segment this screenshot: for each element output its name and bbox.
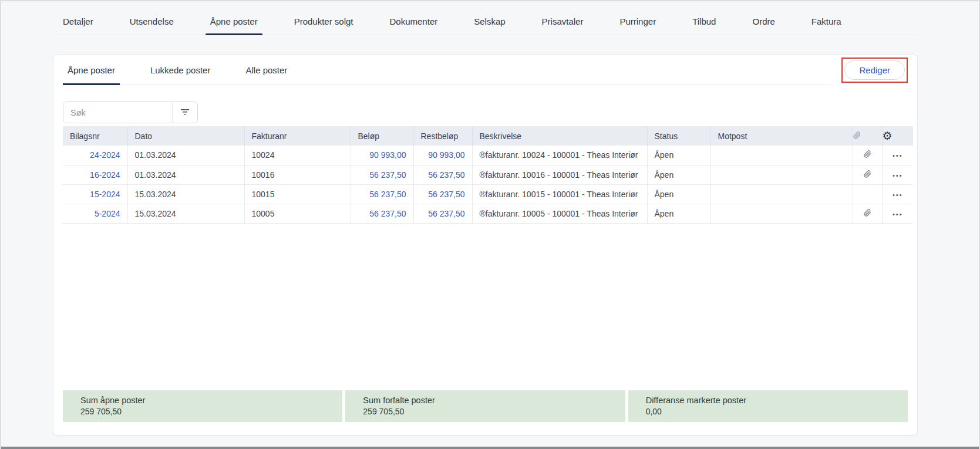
filter-button[interactable] <box>172 102 197 123</box>
fakturanr-cell: 10024 <box>244 146 351 165</box>
subtab-apne-poster[interactable]: Åpne poster <box>63 55 120 85</box>
row-menu-button[interactable]: ••• <box>893 172 903 179</box>
row-menu-button[interactable]: ••• <box>893 211 903 218</box>
bilagsnr-link[interactable]: 16-2024 <box>90 170 120 180</box>
fakturanr-cell: 10016 <box>244 165 351 184</box>
fakturanr-cell: 10005 <box>244 204 351 223</box>
gear-icon[interactable]: ⚙ <box>883 130 893 141</box>
paperclip-icon[interactable] <box>864 208 871 219</box>
tab-tilbud[interactable]: Tilbud <box>688 9 720 35</box>
col-fakturanr: Fakturanr <box>244 126 351 146</box>
summary-label: Sum åpne poster <box>80 396 342 405</box>
col-bilagsnr: Bilagsnr <box>63 126 127 146</box>
status-cell: Åpen <box>647 146 710 165</box>
table-row: 5-2024 15.03.2024 10005 56 237,50 56 237… <box>63 204 913 223</box>
bilagsnr-link[interactable]: 24-2024 <box>90 150 120 160</box>
summary-label: Differanse markerte poster <box>646 396 908 405</box>
col-motpost: Motpost <box>710 126 853 146</box>
dato-cell: 01.03.2024 <box>127 146 244 165</box>
top-tab-bar: Detaljer Utsendelse Åpne poster Produkte… <box>53 9 918 35</box>
motpost-cell <box>710 165 853 184</box>
restbelop-link[interactable]: 90 993,00 <box>428 150 464 160</box>
beskrivelse-cell: ®fakturanr. 10015 - 100001 - Theas Inter… <box>472 184 647 204</box>
dato-cell: 15.03.2024 <box>127 184 244 204</box>
tab-apne-poster[interactable]: Åpne poster <box>206 9 262 35</box>
paperclip-icon[interactable] <box>864 150 871 160</box>
belop-link[interactable]: 90 993,00 <box>369 150 406 160</box>
fakturanr-cell: 10015 <box>244 184 351 204</box>
motpost-cell <box>710 204 853 223</box>
filter-lines-icon <box>180 107 190 118</box>
window-bottom-edge <box>1 447 979 449</box>
table-row: 24-2024 01.03.2024 10024 90 993,00 90 99… <box>63 146 913 165</box>
status-cell: Åpen <box>647 204 710 223</box>
summary-differanse-markerte-poster: Differanse markerte poster 0,00 <box>628 390 908 422</box>
bilagsnr-link[interactable]: 15-2024 <box>90 190 120 199</box>
subtab-row: Åpne poster Lukkede poster Alle poster R… <box>53 55 917 85</box>
dato-cell: 01.03.2024 <box>127 165 244 184</box>
beskrivelse-cell: ®fakturanr. 10016 - 100001 - Theas Inter… <box>472 165 647 184</box>
col-dato: Dato <box>127 126 244 146</box>
beskrivelse-cell: ®fakturanr. 10005 - 100001 - Theas Inter… <box>472 204 647 223</box>
col-restbelop: Restbeløp <box>413 126 472 146</box>
tab-detaljer[interactable]: Detaljer <box>58 9 98 35</box>
tab-dokumenter[interactable]: Dokumenter <box>385 9 443 35</box>
summary-value: 0,00 <box>646 407 908 416</box>
paperclip-icon <box>853 131 861 141</box>
belop-link[interactable]: 56 237,50 <box>369 190 406 199</box>
open-items-table: Bilagsnr Dato Fakturanr Beløp Restbeløp … <box>63 126 913 224</box>
col-attachment <box>853 126 882 146</box>
tab-prisavtaler[interactable]: Prisavtaler <box>537 9 588 35</box>
paperclip-icon[interactable] <box>864 170 871 180</box>
tab-ordre[interactable]: Ordre <box>747 9 779 35</box>
restbelop-link[interactable]: 56 237,50 <box>428 170 464 180</box>
status-cell: Åpen <box>647 165 710 184</box>
restbelop-link[interactable]: 56 237,50 <box>428 209 464 218</box>
status-cell: Åpen <box>647 184 710 204</box>
belop-link[interactable]: 56 237,50 <box>369 170 406 180</box>
table-row: 15-2024 15.03.2024 10015 56 237,50 56 23… <box>63 184 913 204</box>
summary-sum-apne-poster: Sum åpne poster 259 705,50 <box>63 390 342 422</box>
row-menu-button[interactable]: ••• <box>893 152 903 159</box>
open-items-card: Åpne poster Lukkede poster Alle poster R… <box>53 54 918 436</box>
summary-bar: Sum åpne poster 259 705,50 Sum forfalte … <box>63 390 908 422</box>
col-beskrivelse: Beskrivelse <box>472 126 647 146</box>
summary-value: 259 705,50 <box>80 407 342 416</box>
search-group <box>63 102 198 123</box>
motpost-cell <box>710 146 853 165</box>
annotation-highlight-box: Rediger <box>841 58 908 83</box>
search-input[interactable] <box>63 102 172 123</box>
tab-utsendelse[interactable]: Utsendelse <box>125 9 179 35</box>
app-window: Detaljer Utsendelse Åpne poster Produkte… <box>0 0 980 449</box>
dato-cell: 15.03.2024 <box>127 204 244 223</box>
search-row <box>63 102 908 123</box>
beskrivelse-cell: ®fakturanr. 10024 - 100001 - Theas Inter… <box>472 146 647 165</box>
col-status: Status <box>647 126 710 146</box>
table-header-row: Bilagsnr Dato Fakturanr Beløp Restbeløp … <box>63 126 913 146</box>
row-menu-button[interactable]: ••• <box>893 191 903 198</box>
subtab-alle-poster[interactable]: Alle poster <box>241 55 292 85</box>
motpost-cell <box>710 184 853 204</box>
belop-link[interactable]: 56 237,50 <box>369 209 406 218</box>
restbelop-link[interactable]: 56 237,50 <box>428 190 464 199</box>
table-row: 16-2024 01.03.2024 10016 56 237,50 56 23… <box>63 165 913 184</box>
tab-produkter-solgt[interactable]: Produkter solgt <box>289 9 358 35</box>
summary-label: Sum forfalte poster <box>363 396 625 405</box>
subtab-bar: Åpne poster Lukkede poster Alle poster <box>63 55 831 85</box>
tab-faktura[interactable]: Faktura <box>807 9 846 35</box>
col-belop: Beløp <box>351 126 413 146</box>
bilagsnr-link[interactable]: 5-2024 <box>95 209 120 218</box>
summary-value: 259 705,50 <box>363 407 625 416</box>
subtab-lukkede-poster[interactable]: Lukkede poster <box>146 55 215 85</box>
col-settings: ⚙ <box>882 126 913 146</box>
summary-sum-forfalte-poster: Sum forfalte poster 259 705,50 <box>345 390 625 422</box>
tab-purringer[interactable]: Purringer <box>615 9 661 35</box>
tab-selskap[interactable]: Selskap <box>469 9 510 35</box>
rediger-button[interactable]: Rediger <box>844 60 905 80</box>
